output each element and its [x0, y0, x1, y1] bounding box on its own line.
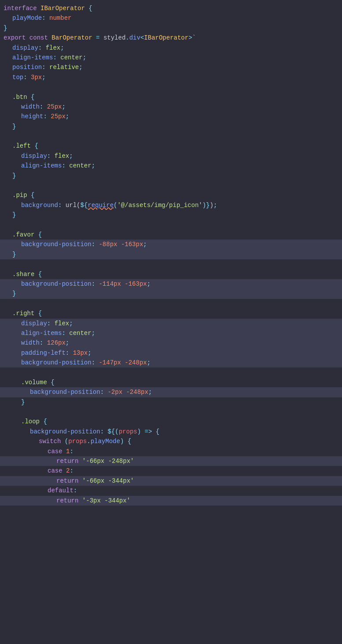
code-line-41: }: [0, 397, 342, 407]
code-line-1: interface IBarOperator {: [0, 4, 342, 13]
code-line-49: return '-66px -344px': [0, 476, 342, 486]
code-line-39: .volume {: [0, 378, 342, 387]
code-line-27: [0, 259, 342, 269]
code-line-50: default:: [0, 486, 342, 495]
code-line-3: }: [0, 23, 342, 33]
code-line-42: [0, 407, 342, 417]
code-line-19: [0, 181, 342, 190]
code-line-46: case 1:: [0, 447, 342, 456]
code-line-26: }: [0, 250, 342, 259]
code-line-18: }: [0, 171, 342, 181]
code-line-25: background-position: -88px -163px;: [0, 240, 342, 249]
code-line-16: display: flex;: [0, 151, 342, 161]
code-editor: interface IBarOperator { playMode: numbe…: [0, 0, 342, 509]
code-line-13: }: [0, 122, 342, 131]
code-line-7: position: relative;: [0, 62, 342, 72]
code-line-5: display: flex;: [0, 43, 342, 53]
code-line-45: switch (props.playMode) {: [0, 437, 342, 446]
code-line-33: display: flex;: [0, 319, 342, 328]
code-line-12: height: 25px;: [0, 112, 342, 121]
code-line-38: [0, 367, 342, 377]
code-line-51: return '-3px -344px': [0, 496, 342, 506]
code-line-40: background-position: -2px -248px;: [0, 387, 342, 397]
code-line-15: .left {: [0, 141, 342, 151]
code-line-29: background-position: -114px -163px;: [0, 279, 342, 289]
code-line-20: .pip {: [0, 190, 342, 200]
code-line-48: case 2:: [0, 466, 342, 476]
code-line-36: padding-left: 13px;: [0, 348, 342, 358]
code-line-28: .share {: [0, 269, 342, 279]
code-line-31: [0, 299, 342, 309]
code-line-14: [0, 131, 342, 141]
code-line-6: align-items: center;: [0, 53, 342, 62]
code-line-4: export const BarOperator = styled.div<IB…: [0, 33, 342, 43]
code-line-44: background-position: ${(props) => {: [0, 427, 342, 437]
code-line-47: return '-66px -248px': [0, 456, 342, 466]
code-line-34: align-items: center;: [0, 328, 342, 338]
code-line-32: .right {: [0, 309, 342, 318]
code-line-35: width: 126px;: [0, 338, 342, 348]
code-line-22: }: [0, 210, 342, 220]
code-line-17: align-items: center;: [0, 161, 342, 171]
code-line-2: playMode: number: [0, 13, 342, 23]
code-line-30: }: [0, 289, 342, 298]
code-line-10: .btn {: [0, 92, 342, 102]
code-line-21: background: url(${require('@/assets/img/…: [0, 200, 342, 210]
code-line-11: width: 25px;: [0, 102, 342, 112]
code-line-23: [0, 220, 342, 230]
code-line-37: background-position: -147px -248px;: [0, 358, 342, 367]
code-line-43: .loop {: [0, 417, 342, 426]
code-line-24: .favor {: [0, 230, 342, 240]
code-line-9: [0, 82, 342, 92]
code-line-8: top: 3px;: [0, 73, 342, 82]
